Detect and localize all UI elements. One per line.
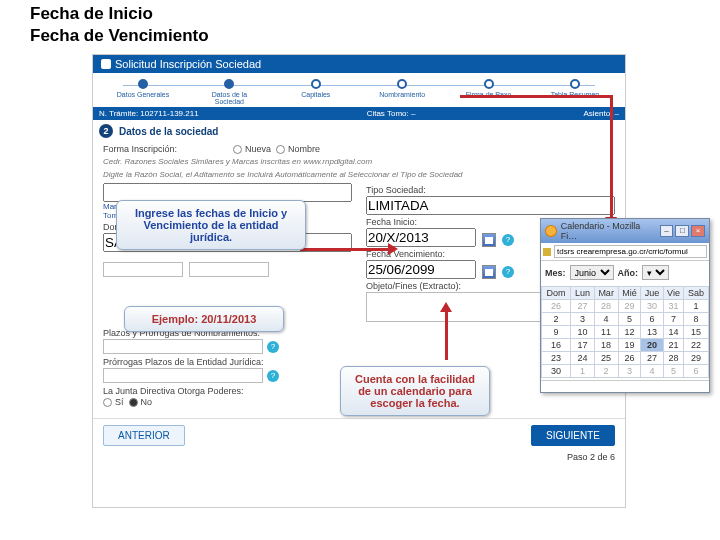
cal-day[interactable]: 4 — [594, 313, 618, 326]
poderes-no-radio[interactable] — [129, 398, 138, 407]
cal-day[interactable]: 5 — [618, 313, 641, 326]
cal-day[interactable]: 10 — [571, 326, 594, 339]
ano-select[interactable]: ▾ — [642, 265, 669, 280]
cal-day[interactable]: 19 — [618, 339, 641, 352]
cal-day[interactable]: 18 — [594, 339, 618, 352]
cal-day[interactable]: 12 — [618, 326, 641, 339]
cal-day[interactable]: 13 — [641, 326, 664, 339]
cal-day-head: Lun — [571, 287, 594, 300]
forma-radio-nueva[interactable] — [233, 145, 242, 154]
step-item[interactable]: Tabla Resumen — [545, 79, 605, 105]
callout-ingrese-fechas: Ingrese las fechas de Inicio y Vencimien… — [116, 200, 306, 250]
cal-day[interactable]: 6 — [641, 313, 664, 326]
step-item[interactable]: Nombramiento — [372, 79, 432, 105]
calendar-icon[interactable] — [482, 233, 496, 247]
popup-titlebar[interactable]: Calendario - Mozilla Fi… – □ × — [541, 219, 709, 243]
extra-input-2[interactable] — [189, 262, 269, 277]
fecha-inicio-input[interactable] — [366, 228, 476, 247]
forma-opt-nueva: Nueva — [245, 144, 271, 154]
cal-day[interactable]: 27 — [571, 300, 594, 313]
siguiente-button[interactable]: SIGUIENTE — [531, 425, 615, 446]
cal-day[interactable]: 22 — [684, 339, 709, 352]
cal-day[interactable]: 28 — [663, 352, 683, 365]
cal-day[interactable]: 28 — [594, 300, 618, 313]
callout-calendario: Cuenta con la facilidad de un calendario… — [340, 366, 490, 416]
lock-icon — [543, 248, 551, 256]
cal-day[interactable]: 14 — [663, 326, 683, 339]
cal-day[interactable]: 6 — [684, 365, 709, 378]
calendar-icon[interactable] — [482, 265, 496, 279]
app-header: Solicitud Inscripción Sociedad — [93, 55, 625, 73]
cal-day[interactable]: 26 — [542, 300, 571, 313]
help-icon[interactable]: ? — [502, 266, 514, 278]
app-icon — [101, 59, 111, 69]
arrow-to-popup-v — [610, 95, 613, 219]
prorrogas-input[interactable] — [103, 368, 263, 383]
arrow-to-fecha-inicio — [300, 248, 390, 251]
section-number: 2 — [99, 124, 113, 138]
cal-day[interactable]: 3 — [618, 365, 641, 378]
cal-day[interactable]: 5 — [663, 365, 683, 378]
help-icon[interactable]: ? — [267, 370, 279, 382]
cal-day[interactable]: 25 — [594, 352, 618, 365]
cal-day[interactable]: 3 — [571, 313, 594, 326]
step-wizard: Datos GeneralesDatos de la SociedadCapit… — [93, 73, 625, 107]
help-icon[interactable]: ? — [502, 234, 514, 246]
slide-subtitle: Fecha de Vencimiento — [30, 26, 209, 46]
cal-day[interactable]: 29 — [684, 352, 709, 365]
minimize-button[interactable]: – — [660, 225, 674, 237]
fecha-venc-input[interactable] — [366, 260, 476, 279]
cal-day[interactable]: 20 — [641, 339, 664, 352]
cal-day[interactable]: 26 — [618, 352, 641, 365]
anterior-button[interactable]: ANTERIOR — [103, 425, 185, 446]
poderes-si-radio[interactable] — [103, 398, 112, 407]
cal-day[interactable]: 1 — [684, 300, 709, 313]
cal-day[interactable]: 16 — [542, 339, 571, 352]
section-title: Datos de la sociedad — [119, 126, 218, 137]
cal-day[interactable]: 30 — [641, 300, 664, 313]
mes-select[interactable]: Junio — [570, 265, 614, 280]
cal-day[interactable]: 27 — [641, 352, 664, 365]
callout-ejemplo: Ejemplo: 20/11/2013 — [124, 306, 284, 332]
cal-day[interactable]: 31 — [663, 300, 683, 313]
cal-day[interactable]: 7 — [663, 313, 683, 326]
help-icon[interactable]: ? — [267, 341, 279, 353]
popup-url-input[interactable] — [554, 245, 707, 258]
cal-day[interactable]: 8 — [684, 313, 709, 326]
popup-status-bar — [541, 380, 709, 392]
popup-address-bar — [541, 243, 709, 261]
cal-day[interactable]: 2 — [594, 365, 618, 378]
cal-day[interactable]: 30 — [542, 365, 571, 378]
cal-day[interactable]: 2 — [542, 313, 571, 326]
cal-day[interactable]: 4 — [641, 365, 664, 378]
step-item[interactable]: Capitales — [286, 79, 346, 105]
cal-day[interactable]: 17 — [571, 339, 594, 352]
cal-day[interactable]: 23 — [542, 352, 571, 365]
cal-day[interactable]: 9 — [542, 326, 571, 339]
tipo-sociedad-input[interactable] — [366, 196, 615, 215]
step-item[interactable]: Firma de Paxo — [459, 79, 519, 105]
cal-day[interactable]: 21 — [663, 339, 683, 352]
plazos-input[interactable] — [103, 339, 263, 354]
forma-radio-nombre[interactable] — [276, 145, 285, 154]
step-item[interactable]: Datos de la Sociedad — [199, 79, 259, 105]
arrow-head-cal — [440, 302, 452, 312]
cal-day[interactable]: 11 — [594, 326, 618, 339]
close-button[interactable]: × — [691, 225, 705, 237]
maximize-button[interactable]: □ — [675, 225, 689, 237]
cal-day[interactable]: 24 — [571, 352, 594, 365]
cal-day[interactable]: 29 — [618, 300, 641, 313]
extra-input-1[interactable] — [103, 262, 183, 277]
forma-inscripcion-row: Forma Inscripción: Nueva Nombre — [103, 144, 615, 154]
arrow-to-calendar-icon2 — [445, 310, 448, 360]
step-item[interactable]: Datos Generales — [113, 79, 173, 105]
cal-day[interactable]: 15 — [684, 326, 709, 339]
cal-day[interactable]: 1 — [571, 365, 594, 378]
poderes-no-label: No — [141, 397, 153, 407]
arrow-to-popup-h — [460, 95, 610, 98]
digite-note: Digite la Razón Social, el Aditamento se… — [103, 170, 615, 179]
section-header: 2 Datos de la sociedad — [93, 120, 625, 142]
asiento: Asiento: – — [583, 109, 619, 118]
calendar-popup: Calendario - Mozilla Fi… – □ × Mes: Juni… — [540, 218, 710, 393]
cal-day-head: Dom — [542, 287, 571, 300]
